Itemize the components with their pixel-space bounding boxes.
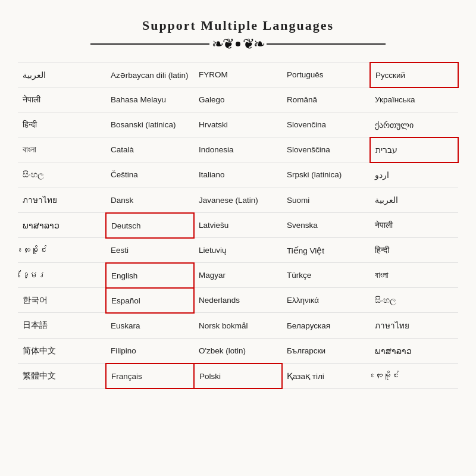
language-cell[interactable]: ພາສາລາວ <box>370 339 458 364</box>
language-cell[interactable]: Latviešu <box>194 213 282 238</box>
language-label: עברית <box>375 145 397 155</box>
language-cell[interactable]: සිංහල <box>18 162 106 187</box>
language-cell[interactable]: Eesti <box>106 238 194 263</box>
language-cell[interactable]: Français <box>105 363 195 389</box>
language-label: Tiếng Việt <box>287 246 324 255</box>
language-cell[interactable]: עברית <box>369 137 459 163</box>
language-label: Ελληνικά <box>287 296 319 305</box>
language-cell[interactable]: Русский <box>369 62 459 88</box>
language-label: Galego <box>199 95 225 104</box>
language-label: Nederlands <box>199 296 240 305</box>
language-cell[interactable]: 繁體中文 <box>18 364 106 389</box>
language-cell[interactable]: Українська <box>370 87 458 112</box>
language-cell[interactable]: Euskara <box>106 313 194 339</box>
language-label: Slovenščina <box>287 145 330 154</box>
language-label: O'zbek (lotin) <box>199 346 246 355</box>
language-cell[interactable]: Bosanski (latinica) <box>106 112 194 137</box>
language-label: සිංහල <box>23 170 44 180</box>
language-cell[interactable]: Javanese (Latin) <box>194 187 282 213</box>
language-label: Українська <box>375 95 415 104</box>
language-cell[interactable]: ພາສາລາວ <box>18 213 106 238</box>
language-cell[interactable]: FYROM <box>194 62 282 87</box>
language-cell[interactable]: Nederlands <box>194 288 282 313</box>
language-label: বাংলা <box>375 271 389 280</box>
language-cell[interactable]: Română <box>282 87 370 112</box>
language-cell[interactable]: Magyar <box>194 263 282 288</box>
language-cell[interactable]: ខ្មែរ <box>18 263 106 288</box>
language-cell[interactable]: Bahasa Melayu <box>106 87 194 112</box>
language-cell[interactable]: Srpski (latinica) <box>282 162 370 187</box>
ornament-left: ❧❦ <box>209 37 236 51</box>
language-label: Eesti <box>111 246 129 255</box>
language-label: नेपाली <box>375 221 393 230</box>
language-cell[interactable]: English <box>105 262 195 289</box>
language-label: العربية <box>375 195 398 205</box>
language-cell[interactable]: বাংলা <box>18 137 106 162</box>
language-label: 简体中文 <box>23 346 56 356</box>
language-cell[interactable]: नेपाली <box>370 213 458 238</box>
language-label: Suomi <box>287 196 309 205</box>
language-cell[interactable]: Deutsch <box>105 212 195 239</box>
language-cell[interactable]: ภาษาไทย <box>370 313 458 339</box>
language-label: Norsk bokmål <box>199 321 248 330</box>
language-cell[interactable]: العربية <box>18 62 106 87</box>
language-cell[interactable]: Svenska <box>282 213 370 238</box>
language-label: Português <box>287 70 324 79</box>
language-cell[interactable]: Español <box>105 287 195 314</box>
language-cell[interactable]: 日本語 <box>18 313 106 339</box>
language-label: Français <box>111 372 142 381</box>
language-cell[interactable]: Ελληνικά <box>282 288 370 313</box>
language-cell[interactable]: Suomi <box>282 187 370 213</box>
page-container: Support Multiple Languages ❧❦ ❦❧ العربية… <box>0 0 476 400</box>
language-cell[interactable]: اردو <box>370 162 458 187</box>
language-label: ພາສາລາວ <box>23 221 60 230</box>
language-cell[interactable]: Hrvatski <box>194 112 282 137</box>
language-cell[interactable]: Dansk <box>106 187 194 213</box>
language-cell[interactable]: Català <box>106 137 194 162</box>
language-label: Javanese (Latin) <box>199 196 258 205</box>
language-cell[interactable]: O'zbek (lotin) <box>194 339 282 364</box>
language-label: Hrvatski <box>199 120 228 129</box>
language-cell[interactable]: Norsk bokmål <box>194 313 282 339</box>
language-cell[interactable]: Polski <box>193 363 283 389</box>
language-cell[interactable]: Italiano <box>194 162 282 187</box>
language-label: සිංහල <box>375 296 396 305</box>
language-cell[interactable]: 简体中文 <box>18 339 106 364</box>
language-cell[interactable]: Türkçe <box>282 263 370 288</box>
language-cell[interactable]: ၸႄႈမိူင်း <box>18 238 106 263</box>
language-cell[interactable]: Azərbaycan dili (latin) <box>106 62 194 87</box>
language-cell[interactable]: Lietuvių <box>194 238 282 263</box>
language-cell[interactable]: Filipino <box>106 339 194 364</box>
language-cell[interactable]: 한국어 <box>18 288 106 313</box>
language-cell[interactable]: हिन्दी <box>18 112 106 137</box>
language-label: Srpski (latinica) <box>287 170 342 179</box>
language-label: Magyar <box>199 271 226 280</box>
language-cell[interactable]: Slovenčina <box>282 112 370 137</box>
language-cell[interactable]: Беларуская <box>282 313 370 339</box>
language-cell[interactable]: සිංහල <box>370 288 458 313</box>
language-label: Беларуская <box>287 321 330 330</box>
language-cell[interactable]: Português <box>282 62 370 87</box>
language-cell[interactable]: العربية <box>370 187 458 213</box>
page-header: Support Multiple Languages ❧❦ ❦❧ <box>18 18 458 51</box>
language-label: Lietuvių <box>199 246 227 255</box>
language-cell[interactable]: ქართული <box>370 112 458 137</box>
language-cell[interactable]: नेपाली <box>18 87 106 112</box>
language-cell[interactable]: हिन्दी <box>370 238 458 263</box>
language-label: Română <box>287 95 317 104</box>
language-label: Italiano <box>199 170 225 179</box>
language-cell[interactable]: Galego <box>194 87 282 112</box>
language-cell[interactable]: Slovenščina <box>282 137 370 162</box>
language-label: Latviešu <box>199 221 228 230</box>
language-cell[interactable]: বাংলা <box>370 263 458 288</box>
language-label: ພາສາລາວ <box>375 346 412 356</box>
language-cell[interactable]: Български <box>282 339 370 364</box>
language-cell[interactable]: Čeština <box>106 162 194 187</box>
language-cell[interactable]: ภาษาไทย <box>18 187 106 213</box>
language-cell[interactable]: Tiếng Việt <box>282 238 370 263</box>
language-cell[interactable]: Indonesia <box>194 137 282 162</box>
language-cell[interactable]: Қазақ тілі <box>282 364 370 389</box>
language-label: Indonesia <box>199 145 234 154</box>
language-cell[interactable]: ၸႄႈမိူင်း <box>370 364 458 389</box>
language-label: ქართული <box>375 120 414 130</box>
